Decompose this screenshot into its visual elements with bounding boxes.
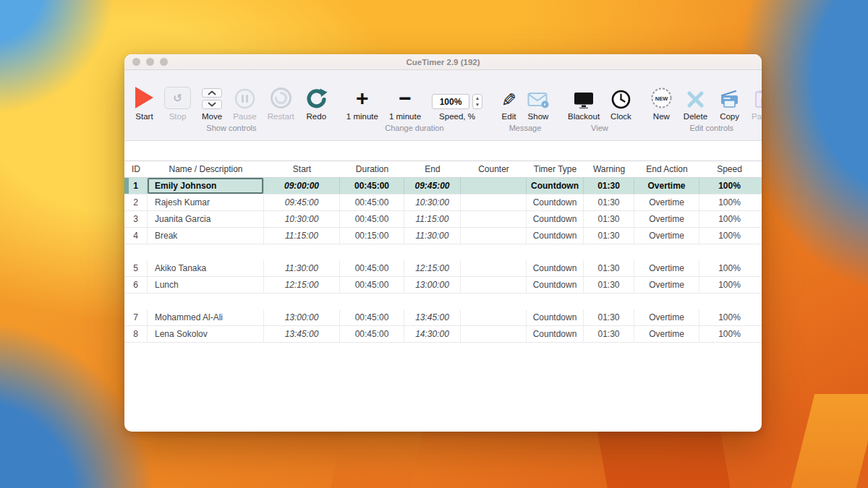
speed-stepper[interactable]: ▲▼ <box>472 94 482 109</box>
paste-button[interactable]: Paste <box>752 89 762 121</box>
delete-button[interactable]: Delete <box>684 90 707 121</box>
cell-warning[interactable]: 01:30 <box>584 309 634 325</box>
cell-name[interactable]: Mohammed Al-Ali <box>148 309 264 325</box>
cell-name[interactable]: Lena Sokolov <box>148 326 264 342</box>
cell-end_action[interactable]: Overtime <box>634 260 699 276</box>
cell-id[interactable]: 3 <box>124 211 148 227</box>
cell-warning[interactable]: 01:30 <box>584 228 634 244</box>
blackout-button[interactable]: Blackout <box>568 91 600 121</box>
cell-timer_type[interactable]: Countdown <box>527 211 584 227</box>
cell-counter[interactable] <box>461 277 527 293</box>
cell-start[interactable]: 09:00:00 <box>264 178 340 194</box>
table-row[interactable]: 4Break11:15:0000:15:0011:30:00Countdown0… <box>124 228 762 244</box>
add-minute-button[interactable]: + 1 minute <box>346 87 378 121</box>
cell-end_action[interactable]: Overtime <box>634 309 699 325</box>
cell-duration[interactable]: 00:45:00 <box>340 211 404 227</box>
cell-duration[interactable]: 00:45:00 <box>340 260 404 276</box>
cell-name[interactable]: Juanita Garcia <box>148 211 264 227</box>
new-button[interactable]: NEW New <box>650 87 673 121</box>
cell-speed[interactable]: 100% <box>699 277 760 293</box>
cell-name[interactable]: Break <box>148 228 264 244</box>
cell-timer_type[interactable]: Countdown <box>527 194 584 210</box>
cell-id[interactable]: 8 <box>124 326 148 342</box>
start-button[interactable]: Start <box>135 87 153 121</box>
table-row[interactable]: 6Lunch12:15:0000:45:0013:00:00Countdown0… <box>124 277 762 294</box>
cell-name[interactable]: Lunch <box>148 277 264 293</box>
cell-duration[interactable]: 00:15:00 <box>340 228 404 244</box>
cell-timer_type[interactable]: Countdown <box>527 277 584 293</box>
table-row[interactable]: 8Lena Sokolov13:45:0000:45:0014:30:00Cou… <box>124 326 762 343</box>
table-row[interactable]: 5Akiko Tanaka11:30:0000:45:0012:15:00Cou… <box>124 260 762 277</box>
stop-button[interactable]: ↺ Stop <box>164 87 191 121</box>
cell-end[interactable]: 10:30:00 <box>404 194 461 210</box>
cell-timer_type[interactable]: Countdown <box>527 326 584 342</box>
cell-start[interactable]: 09:45:00 <box>264 194 340 210</box>
cell-speed[interactable]: 100% <box>699 260 760 276</box>
cell-id[interactable]: 6 <box>124 277 148 293</box>
move-up-icon[interactable] <box>202 88 222 98</box>
clock-button[interactable]: Clock <box>610 90 631 121</box>
move-down-icon[interactable] <box>202 100 222 109</box>
cell-name[interactable]: Emily Johnson <box>148 178 264 194</box>
cell-timer_type[interactable]: Countdown <box>527 228 584 244</box>
cell-start[interactable]: 12:15:00 <box>264 277 340 293</box>
cell-id[interactable]: 2 <box>124 194 148 210</box>
cell-counter[interactable] <box>461 228 527 244</box>
cell-counter[interactable] <box>461 309 527 325</box>
cell-timer_type[interactable]: Countdown <box>527 260 584 276</box>
cell-start[interactable]: 13:45:00 <box>264 326 340 342</box>
cell-start[interactable]: 11:30:00 <box>264 260 340 276</box>
cell-id[interactable]: 4 <box>124 228 148 244</box>
copy-button[interactable]: Copy <box>718 90 741 121</box>
cell-warning[interactable]: 01:30 <box>584 277 634 293</box>
cell-id[interactable]: 5 <box>124 260 148 276</box>
cell-end_action[interactable]: Overtime <box>634 211 699 227</box>
cell-end[interactable]: 11:15:00 <box>404 211 461 227</box>
move-button[interactable]: Move <box>202 88 222 121</box>
cell-counter[interactable] <box>461 194 527 210</box>
cell-end[interactable]: 12:15:00 <box>404 260 461 276</box>
cell-start[interactable]: 10:30:00 <box>264 211 340 227</box>
cell-speed[interactable]: 100% <box>699 194 760 210</box>
cell-end[interactable]: 14:30:00 <box>404 326 461 342</box>
cell-end[interactable]: 09:45:00 <box>404 178 461 194</box>
table-row[interactable]: 2Rajesh Kumar09:45:0000:45:0010:30:00Cou… <box>124 194 762 211</box>
restart-button[interactable]: Restart <box>268 87 294 121</box>
titlebar[interactable]: CueTimer 2.9 (192) <box>124 54 762 70</box>
cell-end[interactable]: 13:45:00 <box>404 309 461 325</box>
cell-end_action[interactable]: Overtime <box>634 326 699 342</box>
cell-end[interactable]: 11:30:00 <box>404 228 461 244</box>
cell-counter[interactable] <box>461 211 527 227</box>
cell-duration[interactable]: 00:45:00 <box>340 277 404 293</box>
cell-duration[interactable]: 00:45:00 <box>340 178 404 194</box>
stepper-up-icon[interactable]: ▲ <box>475 95 480 101</box>
cell-warning[interactable]: 01:30 <box>584 194 634 210</box>
table-row[interactable]: 7Mohammed Al-Ali13:00:0000:45:0013:45:00… <box>124 309 762 326</box>
cell-warning[interactable]: 01:30 <box>584 260 634 276</box>
show-message-button[interactable]: Show <box>527 91 549 121</box>
cell-timer_type[interactable]: Countdown <box>527 309 584 325</box>
cell-name[interactable]: Akiko Tanaka <box>148 260 264 276</box>
cell-speed[interactable]: 100% <box>699 326 760 342</box>
cell-start[interactable]: 13:00:00 <box>264 309 340 325</box>
cell-speed[interactable]: 100% <box>699 228 760 244</box>
cell-warning[interactable]: 01:30 <box>584 211 634 227</box>
redo-button[interactable]: Redo <box>305 88 328 121</box>
edit-message-button[interactable]: ✎ Edit <box>501 90 516 121</box>
cell-duration[interactable]: 00:45:00 <box>340 194 404 210</box>
cell-start[interactable]: 11:15:00 <box>264 228 340 244</box>
cell-warning[interactable]: 01:30 <box>584 178 634 194</box>
cell-speed[interactable]: 100% <box>699 211 760 227</box>
pause-button[interactable]: Pause <box>233 88 257 121</box>
subtract-minute-button[interactable]: − 1 minute <box>389 87 421 121</box>
cell-speed[interactable]: 100% <box>699 178 760 194</box>
cell-warning[interactable]: 01:30 <box>584 326 634 342</box>
cell-counter[interactable] <box>461 326 527 342</box>
cell-end_action[interactable]: Overtime <box>634 277 699 293</box>
cell-speed[interactable]: 100% <box>699 309 760 325</box>
cell-duration[interactable]: 00:45:00 <box>340 309 404 325</box>
stepper-down-icon[interactable]: ▼ <box>475 102 480 108</box>
cell-timer_type[interactable]: Countdown <box>527 178 584 194</box>
cell-counter[interactable] <box>461 260 527 276</box>
cell-counter[interactable] <box>461 178 527 194</box>
